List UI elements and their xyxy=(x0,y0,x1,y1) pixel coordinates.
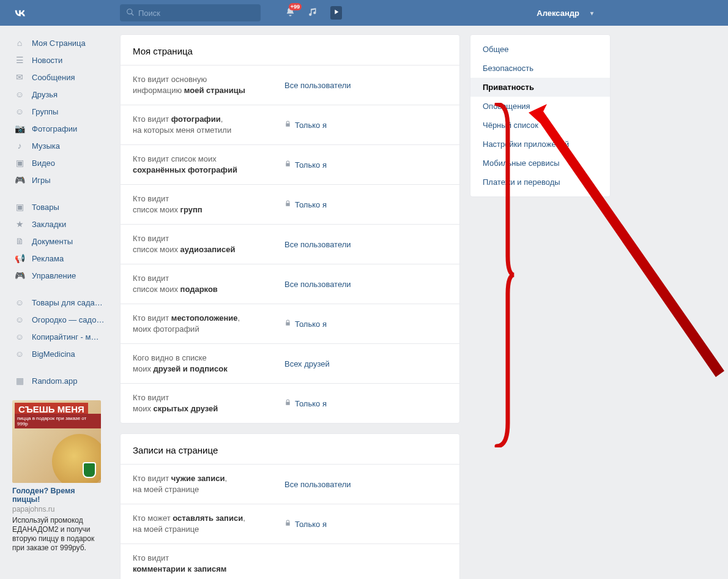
nav-icon: ▣ xyxy=(13,158,26,168)
top-header: +99 Александр ▾ xyxy=(0,0,728,26)
privacy-value[interactable]: Только я xyxy=(284,160,327,170)
privacy-row[interactable]: Кого видно в спискемоих друзей и подписо… xyxy=(121,343,459,383)
privacy-value[interactable]: Все пользователи xyxy=(284,81,351,90)
privacy-row[interactable]: Кто видитсписок моих подарков Все пользо… xyxy=(121,264,459,304)
privacy-value[interactable]: Только я xyxy=(284,121,327,130)
nav-icon: ✉ xyxy=(13,72,26,82)
privacy-value[interactable]: Все пользователи xyxy=(284,280,351,289)
settings-tab[interactable]: Общее xyxy=(470,40,610,59)
nav-label: Моя Страница xyxy=(32,39,86,48)
nav-label: Видео xyxy=(32,159,55,168)
settings-tab[interactable]: Приватность xyxy=(470,78,610,97)
nav-label: Новости xyxy=(32,56,62,65)
search-input[interactable] xyxy=(138,9,254,18)
privacy-row[interactable]: Кто видитсписок моих групп Только я xyxy=(121,184,459,224)
privacy-row[interactable]: Кто видит фотографии,на которых меня отм… xyxy=(121,105,459,144)
header-tools: +99 xyxy=(285,6,342,20)
video-icon[interactable] xyxy=(330,6,342,20)
privacy-value[interactable]: Только я xyxy=(284,399,327,408)
privacy-row[interactable]: Кто видит местоположение,моих фотографий… xyxy=(121,304,459,343)
nav-item[interactable]: ☺Огородко — садо… xyxy=(12,311,110,328)
privacy-row[interactable]: Кто видит основнуюинформацию моей страни… xyxy=(121,65,459,105)
privacy-value[interactable]: Всех друзей xyxy=(284,359,330,368)
settings-tab[interactable]: Чёрный список xyxy=(470,116,610,135)
privacy-row[interactable]: Кто видит чужие записи,на моей странице … xyxy=(121,464,459,504)
nav-item[interactable]: ✉Сообщения xyxy=(12,69,110,86)
nav-icon: 📷 xyxy=(13,124,26,133)
user-menu[interactable]: Александр ▾ xyxy=(537,9,728,18)
nav-item[interactable]: ☺Товары для сада… xyxy=(12,294,110,311)
nav-item[interactable]: 🗎Документы xyxy=(12,233,110,250)
nav-item[interactable]: ▣Видео xyxy=(12,154,110,171)
nav-item[interactable]: ☺Группы xyxy=(12,103,110,120)
privacy-row[interactable]: Кто видиткомментарии к записям xyxy=(121,544,459,579)
lock-icon xyxy=(284,319,291,328)
nav-label: Реклама xyxy=(32,254,64,263)
settings-tab[interactable]: Мобильные сервисы xyxy=(470,154,610,173)
search-bar[interactable] xyxy=(120,4,261,21)
lock-icon xyxy=(284,520,291,528)
nav-item[interactable]: ★Закладки xyxy=(12,215,110,233)
nav-label: Игры xyxy=(32,176,51,185)
settings-tab[interactable]: Безопасность xyxy=(470,59,610,78)
nav-icon: ☰ xyxy=(13,55,26,65)
ad-title: Голоден? Время пиццы! xyxy=(12,487,101,504)
nav-item[interactable]: ▣Товары xyxy=(12,198,110,215)
nav-item[interactable]: 🎮Управление xyxy=(12,267,110,284)
vk-logo[interactable] xyxy=(12,5,28,21)
nav-icon: ☺ xyxy=(13,89,26,99)
notifications-icon[interactable]: +99 xyxy=(285,7,295,19)
nav-item[interactable]: 📷Фотографии xyxy=(12,120,110,137)
privacy-row[interactable]: Кто может оставлять записи,на моей стран… xyxy=(121,504,459,544)
nav-item[interactable]: ☰Новости xyxy=(12,51,110,69)
ad-description: Используй промокод ЕДАНАДОМ2 и получи вт… xyxy=(12,516,101,553)
settings-tab[interactable]: Платежи и переводы xyxy=(470,173,610,192)
nav-label: Товары для сада… xyxy=(32,298,103,307)
ad-block[interactable]: СЪЕШЬ МЕНЯ пицца в подарок при заказе от… xyxy=(12,400,101,553)
privacy-value[interactable]: Все пользователи xyxy=(284,240,351,249)
nav-item[interactable]: 📢Реклама xyxy=(12,250,110,267)
nav-icon: ☺ xyxy=(13,349,26,359)
privacy-label: Кто видит список моихсохранённых фотогра… xyxy=(133,154,284,176)
settings-tab[interactable]: Настройки приложений xyxy=(470,135,610,154)
nav-icon: 🎮 xyxy=(13,271,26,280)
privacy-value[interactable]: Все пользователи xyxy=(284,480,351,489)
nav-icon: ☺ xyxy=(13,297,26,307)
nav-label: Закладки xyxy=(32,220,66,229)
nav-item[interactable]: ☺Копирайтинг - м… xyxy=(12,328,110,345)
privacy-label: Кто видитсписок моих аудиозаписей xyxy=(133,233,284,255)
main-column: Моя страница Кто видит основнуюинформаци… xyxy=(120,34,460,579)
privacy-value[interactable]: Только я xyxy=(284,319,327,329)
lock-icon xyxy=(284,200,291,209)
privacy-row[interactable]: Кто видитмоих скрытых друзей Только я xyxy=(121,383,459,423)
privacy-label: Кто видит местоположение,моих фотографий xyxy=(133,313,284,335)
search-icon xyxy=(126,8,135,18)
nav-item[interactable]: 🎮Игры xyxy=(12,171,110,189)
nav-icon: ☺ xyxy=(13,106,26,116)
privacy-label: Кто видит основнуюинформацию моей страни… xyxy=(133,74,284,96)
nav-label: Копирайтинг - м… xyxy=(32,332,98,342)
privacy-row[interactable]: Кто видитсписок моих аудиозаписей Все по… xyxy=(121,224,459,264)
settings-tab[interactable]: Оповещения xyxy=(470,97,610,116)
nav-icon: ▦ xyxy=(13,376,26,386)
nav-label: Random.app xyxy=(32,376,77,386)
username-label: Александр xyxy=(537,9,579,18)
nav-label: Огородко — садо… xyxy=(32,315,104,324)
privacy-value[interactable]: Только я xyxy=(284,520,327,529)
nav-icon: 📢 xyxy=(13,253,26,263)
nav-item[interactable]: ⌂Моя Страница xyxy=(12,34,110,51)
privacy-row[interactable]: Кто видит список моихсохранённых фотогра… xyxy=(121,144,459,184)
nav-item[interactable]: ♪Музыка xyxy=(12,137,110,154)
nav-label: Друзья xyxy=(32,90,58,99)
privacy-label: Кто видитмоих скрытых друзей xyxy=(133,392,284,414)
nav-label: Музыка xyxy=(32,141,60,151)
nav-item[interactable]: ☺Друзья xyxy=(12,86,110,103)
privacy-value[interactable]: Только я xyxy=(284,200,327,209)
nav-item[interactable]: ☺BigMedicina xyxy=(12,345,110,362)
nav-label: BigMedicina xyxy=(32,349,75,359)
privacy-label: Кто может оставлять записи,на моей стран… xyxy=(133,513,284,535)
privacy-label: Кого видно в спискемоих друзей и подписо… xyxy=(133,353,284,375)
nav-item[interactable]: ▦Random.app xyxy=(12,372,110,389)
music-icon[interactable] xyxy=(308,7,318,19)
settings-section-my-page: Моя страница Кто видит основнуюинформаци… xyxy=(120,34,460,424)
